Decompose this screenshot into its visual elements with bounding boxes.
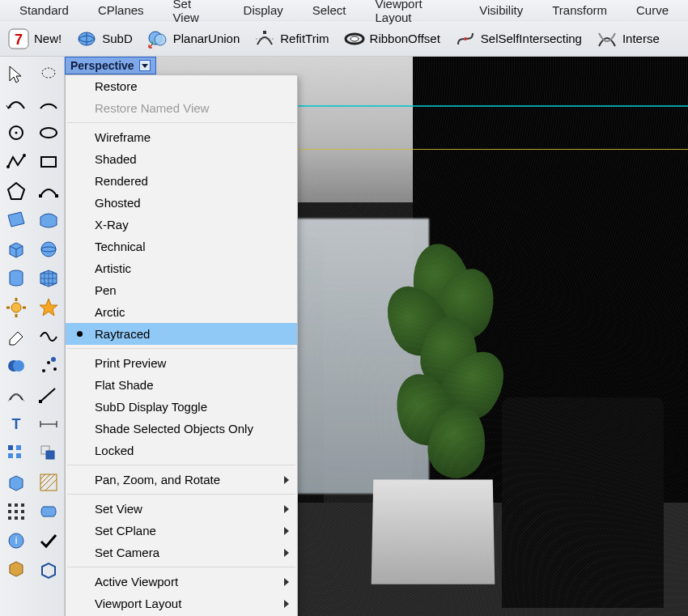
toolbar-label: SelSelfIntersecting [481,32,582,45]
intersect-button[interactable]: Interse [592,27,665,51]
join-icon[interactable] [32,322,65,351]
dimension-icon[interactable] [32,410,65,439]
menu-item[interactable]: CPlanes [83,2,159,19]
refittrim-button[interactable]: RefitTrim [249,27,333,51]
menu-item[interactable]: Set View [66,498,297,520]
pointer-tool-icon[interactable] [0,60,32,89]
menu-item-label: X-Ray [95,218,129,232]
planarunion-icon [147,28,168,49]
chevron-down-icon[interactable] [139,60,151,71]
surface-icon[interactable] [0,206,32,235]
menu-item[interactable]: Viewport Layout [360,0,465,26]
lasso-tool-icon[interactable] [32,60,65,89]
menu-item[interactable]: Artistic [66,257,297,279]
refittrim-icon [254,28,275,49]
pipe-icon[interactable] [32,497,65,526]
svg-rect-5 [263,31,266,34]
intersect-icon [597,28,618,49]
chevron-right-icon [284,527,289,535]
toolbar-label: PlanarUnion [173,32,240,45]
points-icon[interactable] [32,351,65,380]
new-button[interactable]: 7 New! [3,27,66,51]
menu-item[interactable]: Print Preview [66,352,297,374]
menu-item[interactable]: Display [229,2,298,19]
menu-item[interactable]: Locked [66,440,297,461]
menu-item[interactable]: Active Viewport [66,571,297,593]
menu-item[interactable]: Wireframe [66,126,297,148]
menu-item[interactable]: X-Ray [66,214,297,236]
menu-item-label: Pen [95,283,117,297]
unroll-icon[interactable] [0,555,32,584]
render-icon[interactable] [0,468,32,497]
line-angle-icon[interactable] [32,380,65,410]
menu-item[interactable]: Restore [66,75,297,97]
surface-curved-icon[interactable] [32,206,65,235]
svg-marker-27 [40,299,57,316]
curve-edit-icon[interactable] [32,176,65,206]
extract-icon[interactable] [32,555,65,584]
text-icon[interactable]: T [0,410,32,439]
menu-item-label: Raytraced [95,327,150,341]
menu-item[interactable]: Set Camera [66,542,297,563]
left-toolbox: T i [0,57,65,616]
toolbar-label: New! [34,32,62,45]
menu-item[interactable]: Viewport Layout [66,593,297,614]
menu-item[interactable]: Raytraced [66,323,297,345]
mesh-icon[interactable] [32,264,65,293]
menu-item[interactable]: Transform [537,2,622,19]
menu-separator [67,465,295,465]
menu-item-label: Ghosted [95,196,141,210]
menu-item[interactable]: Rendered [66,170,297,192]
explode-icon[interactable] [32,293,65,322]
polygon-icon[interactable] [0,176,32,206]
menu-item[interactable]: Shaded [66,148,297,170]
viewport-title-tab[interactable]: Perspective [65,57,156,74]
menu-item[interactable]: Visibility [465,2,537,19]
eraser-icon[interactable] [0,322,32,351]
properties-icon[interactable]: i [0,526,32,555]
rectangle-icon[interactable] [32,147,65,176]
menu-item[interactable]: Pen [66,279,297,301]
menu-item[interactable]: Ghosted [66,192,297,214]
svg-point-22 [11,303,21,312]
menu-item[interactable]: Set View [159,0,229,26]
menu-item[interactable]: Arctic [66,301,297,323]
array-icon[interactable] [0,439,32,468]
curve-arrow-icon[interactable] [0,89,32,118]
menu-item[interactable]: Set CPlane [66,520,297,542]
perspective-viewport[interactable]: Perspective RestoreRestore Named ViewWir… [65,57,688,616]
planarunion-button[interactable]: PlanarUnion [142,27,245,51]
subd-button[interactable]: SubD [71,27,138,51]
menu-item[interactable]: SubD Display Toggle [66,396,297,418]
ribbonoffset-button[interactable]: RibbonOffset [339,27,445,51]
hatch-icon[interactable] [32,468,65,497]
check-icon[interactable] [32,526,65,555]
cylinder-icon[interactable] [0,264,32,293]
transform-icon[interactable] [32,439,65,468]
svg-rect-17 [39,194,42,198]
menu-item[interactable]: Flat Shade [66,374,297,396]
offset-icon[interactable] [0,380,32,410]
ellipse-icon[interactable] [32,118,65,147]
polyline-icon[interactable] [0,147,32,176]
menu-item[interactable]: Pan, Zoom, and Rotate [66,469,297,491]
svg-point-4 [155,34,166,45]
svg-text:7: 7 [15,32,23,48]
menu-item[interactable]: Standard [5,2,83,19]
arc-icon[interactable] [32,89,65,118]
boolean-icon[interactable] [0,351,32,380]
sphere-icon[interactable] [32,235,65,264]
menu-item[interactable]: Curve [622,2,683,19]
menu-item[interactable]: Shade Selected Objects Only [66,418,297,440]
menu-item-label: Set CPlane [95,524,156,537]
selselfintersecting-button[interactable]: SelSelfIntersecting [450,27,587,51]
viewport-title-label: Perspective [70,59,134,72]
box-icon[interactable] [0,235,32,264]
toolbar-label: Interse [622,32,660,45]
menu-item-label: Pan, Zoom, and Rotate [95,473,220,486]
gear-icon[interactable] [0,293,32,322]
circle-small-icon[interactable] [0,118,32,147]
menu-item[interactable]: Select [298,2,361,19]
grid-icon[interactable] [0,497,32,526]
menu-item[interactable]: Technical [66,236,297,257]
